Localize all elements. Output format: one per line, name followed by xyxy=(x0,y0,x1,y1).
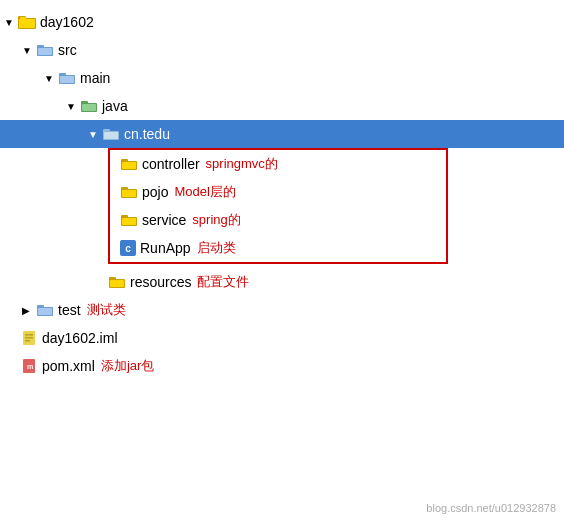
svg-rect-33 xyxy=(25,337,33,339)
arrow-cntedu: ▼ xyxy=(88,129,102,140)
class-icon-runapp: c xyxy=(120,240,136,256)
svg-rect-12 xyxy=(82,104,96,111)
arrow-test: ▶ xyxy=(22,305,36,316)
folder-icon-main xyxy=(58,71,76,85)
label-main: main xyxy=(80,70,110,86)
tree-item-pom[interactable]: m pom.xml 添加jar包 xyxy=(0,352,564,380)
folder-icon-controller xyxy=(120,157,138,171)
svg-rect-34 xyxy=(25,340,30,342)
tree-item-runapp[interactable]: c RunApp 启动类 xyxy=(110,234,446,262)
svg-rect-9 xyxy=(60,76,74,83)
svg-rect-18 xyxy=(122,162,136,169)
tree-item-resources[interactable]: resources 配置文件 xyxy=(0,268,564,296)
svg-rect-32 xyxy=(25,334,33,336)
tree-item-iml[interactable]: day1602.iml xyxy=(0,324,564,352)
label-pom: pom.xml 添加jar包 xyxy=(42,357,154,375)
watermark: blog.csdn.net/u012932878 xyxy=(426,502,556,514)
arrow-day1602: ▼ xyxy=(4,17,18,28)
label-test: test 测试类 xyxy=(58,301,126,319)
xml-icon: m xyxy=(22,358,38,374)
tree-item-controller[interactable]: controller springmvc的 xyxy=(110,150,446,178)
label-pojo: pojo Model层的 xyxy=(142,183,236,201)
tree-item-src[interactable]: ▼ src xyxy=(0,36,564,64)
arrow-main: ▼ xyxy=(44,73,58,84)
tree-item-day1602[interactable]: ▼ day1602 xyxy=(0,8,564,36)
svg-rect-15 xyxy=(104,132,118,139)
svg-text:m: m xyxy=(27,363,33,370)
label-service: service spring的 xyxy=(142,211,241,229)
label-controller: controller springmvc的 xyxy=(142,155,278,173)
folder-icon-test xyxy=(36,303,54,317)
label-runapp: RunApp 启动类 xyxy=(140,239,236,257)
folder-icon-service xyxy=(120,213,138,227)
tree-item-service[interactable]: service spring的 xyxy=(110,206,446,234)
label-iml: day1602.iml xyxy=(42,330,118,346)
folder-icon-java xyxy=(80,99,98,113)
folder-icon-src xyxy=(36,43,54,57)
folder-icon-resources xyxy=(108,275,126,289)
label-resources: resources 配置文件 xyxy=(130,273,249,291)
svg-rect-30 xyxy=(38,308,52,315)
file-tree: ▼ day1602 ▼ src xyxy=(0,0,564,388)
tree-item-cntedu[interactable]: ▼ cn.tedu xyxy=(0,120,564,148)
label-java: java xyxy=(102,98,128,114)
tree-item-main[interactable]: ▼ main xyxy=(0,64,564,92)
arrow-src: ▼ xyxy=(22,45,36,56)
arrow-java: ▼ xyxy=(66,101,80,112)
tree-item-pojo[interactable]: pojo Model层的 xyxy=(110,178,446,206)
svg-rect-27 xyxy=(110,280,124,287)
tree-item-test[interactable]: ▶ test 测试类 xyxy=(0,296,564,324)
iml-icon xyxy=(22,330,38,346)
label-cntedu: cn.tedu xyxy=(124,126,170,142)
label-day1602: day1602 xyxy=(40,14,94,30)
folder-icon-day1602 xyxy=(18,15,36,29)
svg-rect-24 xyxy=(122,218,136,225)
label-src: src xyxy=(58,42,77,58)
tree-item-java[interactable]: ▼ java xyxy=(0,92,564,120)
svg-rect-2 xyxy=(19,19,35,28)
folder-icon-pojo xyxy=(120,185,138,199)
svg-rect-3 xyxy=(20,17,26,20)
svg-rect-6 xyxy=(38,48,52,55)
svg-rect-21 xyxy=(122,190,136,197)
folder-icon-cntedu xyxy=(102,127,120,141)
